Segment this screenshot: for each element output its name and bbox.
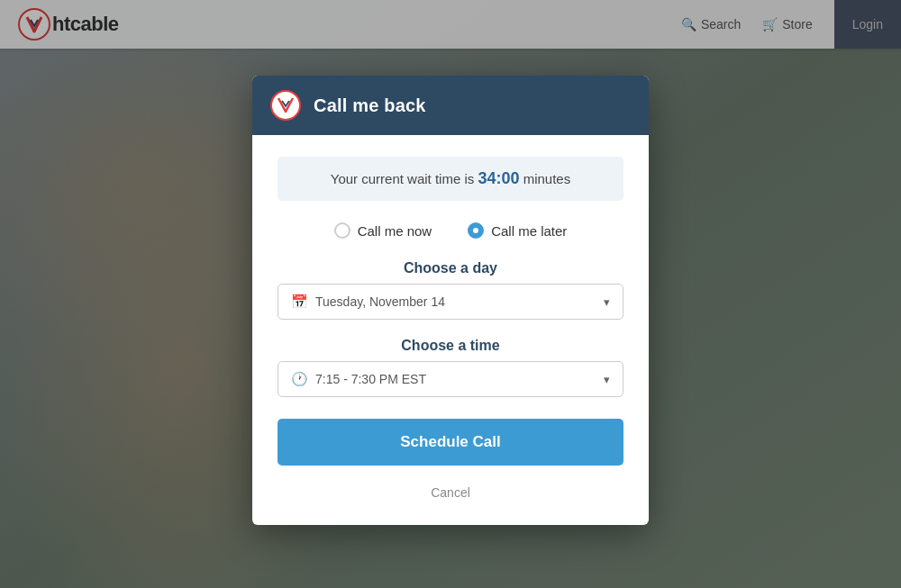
day-field-group: Choose a day 📅 Tuesday, November 14 ▾	[278, 260, 623, 320]
choose-time-label: Choose a time	[278, 338, 623, 354]
wait-time-text-before: Your current wait time is	[331, 171, 478, 186]
modal-title: Call me back	[314, 95, 426, 116]
modal-logo-icon	[270, 90, 301, 121]
wait-time-text-after: minutes	[520, 171, 571, 186]
cancel-link[interactable]: Cancel	[278, 485, 623, 500]
day-select[interactable]: 📅 Tuesday, November 14 ▾	[278, 284, 623, 320]
schedule-call-button[interactable]: Schedule Call	[278, 419, 623, 466]
call-later-radio[interactable]	[468, 222, 484, 239]
call-now-option[interactable]: Call me now	[334, 222, 432, 239]
call-options: Call me now Call me later	[278, 219, 623, 242]
chevron-down-icon-time: ▾	[604, 373, 610, 386]
choose-day-label: Choose a day	[278, 260, 623, 276]
modal-wrapper: Call me back Your current wait time is 3…	[0, 49, 901, 588]
call-later-label: Call me later	[491, 223, 567, 239]
modal: Call me back Your current wait time is 3…	[252, 76, 649, 525]
wait-time-value: 34:00	[478, 169, 519, 187]
modal-body: Your current wait time is 34:00 minutes …	[252, 135, 649, 525]
wait-time-banner: Your current wait time is 34:00 minutes	[278, 157, 623, 201]
time-field-group: Choose a time 🕐 7:15 - 7:30 PM EST ▾	[278, 338, 623, 397]
call-now-label: Call me now	[358, 223, 432, 239]
time-select[interactable]: 🕐 7:15 - 7:30 PM EST ▾	[278, 361, 623, 397]
calendar-icon: 📅	[291, 294, 308, 310]
call-now-radio[interactable]	[334, 222, 350, 239]
call-later-option[interactable]: Call me later	[468, 222, 567, 239]
clock-icon: 🕐	[291, 371, 308, 387]
day-value: Tuesday, November 14	[315, 294, 445, 309]
time-value: 7:15 - 7:30 PM EST	[315, 372, 426, 386]
chevron-down-icon: ▾	[604, 295, 610, 309]
modal-header: Call me back	[252, 76, 649, 135]
